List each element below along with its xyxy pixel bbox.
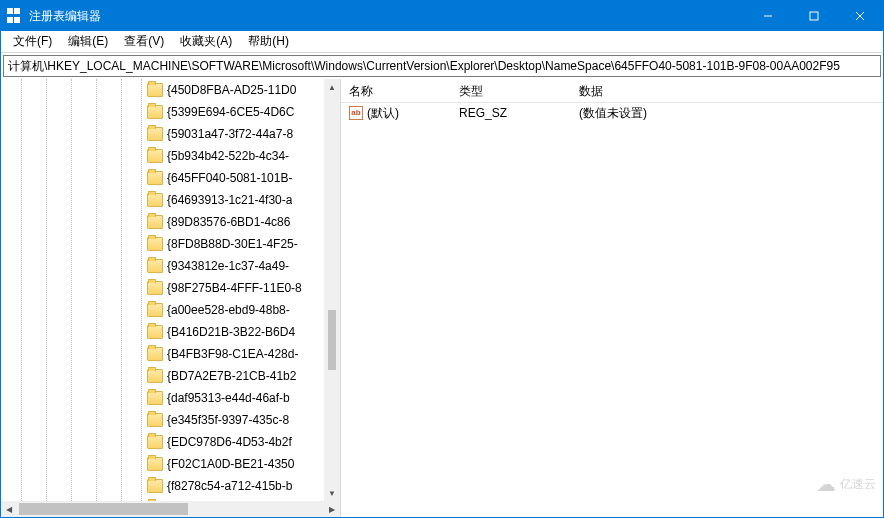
tree-item[interactable]: {5b934b42-522b-4c34- (1, 145, 324, 167)
tree-item[interactable]: {8FD8B88D-30E1-4F25- (1, 233, 324, 255)
scroll-right-button[interactable]: ▶ (324, 501, 340, 517)
tree-item[interactable]: {B416D21B-3B22-B6D4 (1, 321, 324, 343)
tree-item-label: {8FD8B88D-30E1-4F25- (167, 237, 298, 251)
folder-icon (147, 391, 163, 405)
folder-icon (147, 105, 163, 119)
folder-icon (147, 281, 163, 295)
tree-pane: {450D8FBA-AD25-11D0{5399E694-6CE5-4D6C{5… (1, 79, 341, 517)
tree-item-label: {B416D21B-3B22-B6D4 (167, 325, 295, 339)
folder-icon (147, 259, 163, 273)
svg-rect-1 (810, 12, 818, 20)
tree-item[interactable]: {59031a47-3f72-44a7-8 (1, 123, 324, 145)
folder-icon (147, 149, 163, 163)
values-pane: 名称 类型 数据 ab(默认)REG_SZ(数值未设置) (341, 79, 883, 517)
tree-item[interactable]: {64693913-1c21-4f30-a (1, 189, 324, 211)
tree-item-label: {450D8FBA-AD25-11D0 (167, 83, 296, 97)
tree-item-label: {59031a47-3f72-44a7-8 (167, 127, 293, 141)
folder-icon (147, 193, 163, 207)
tree-item[interactable]: {5399E694-6CE5-4D6C (1, 101, 324, 123)
folder-icon (147, 303, 163, 317)
string-value-icon: ab (349, 106, 363, 120)
menu-edit[interactable]: 编辑(E) (60, 31, 116, 52)
tree-item[interactable]: {F02C1A0D-BE21-4350 (1, 453, 324, 475)
hscroll-thumb[interactable] (19, 503, 188, 515)
value-name-cell: ab(默认) (341, 105, 451, 122)
menu-file[interactable]: 文件(F) (5, 31, 60, 52)
tree-item[interactable]: {EDC978D6-4D53-4b2f (1, 431, 324, 453)
tree-item-label: {5399E694-6CE5-4D6C (167, 105, 294, 119)
tree-item-label: {F02C1A0D-BE21-4350 (167, 457, 294, 471)
tree-item[interactable]: {f8278c54-a712-415b-b (1, 475, 324, 497)
app-icon (7, 8, 23, 24)
folder-icon (147, 237, 163, 251)
folder-icon (147, 215, 163, 229)
col-data[interactable]: 数据 (571, 79, 883, 102)
col-name[interactable]: 名称 (341, 79, 451, 102)
address-bar[interactable]: 计算机\HKEY_LOCAL_MACHINE\SOFTWARE\Microsof… (3, 55, 881, 77)
folder-icon (147, 435, 163, 449)
value-data: (数值未设置) (571, 105, 883, 122)
value-name: (默认) (367, 105, 399, 122)
tree-hscrollbar[interactable]: ◀ ▶ (1, 501, 340, 517)
folder-icon (147, 127, 163, 141)
tree-scroll: {450D8FBA-AD25-11D0{5399E694-6CE5-4D6C{5… (1, 79, 340, 501)
values-header: 名称 类型 数据 (341, 79, 883, 103)
tree-item[interactable]: {645FF040-5081-101B- (1, 167, 324, 189)
tree-item-label: {B4FB3F98-C1EA-428d- (167, 347, 298, 361)
folder-icon (147, 457, 163, 471)
folder-icon (147, 413, 163, 427)
tree-vscrollbar[interactable]: ▲ ▼ (324, 79, 340, 501)
tree-item[interactable]: {98F275B4-4FFF-11E0-8 (1, 277, 324, 299)
folder-icon (147, 479, 163, 493)
values-body: ab(默认)REG_SZ(数值未设置) (341, 103, 883, 517)
content-area: {450D8FBA-AD25-11D0{5399E694-6CE5-4D6C{5… (1, 79, 883, 517)
tree-item[interactable]: {450D8FBA-AD25-11D0 (1, 79, 324, 101)
minimize-button[interactable] (745, 1, 791, 31)
tree-item[interactable]: {a00ee528-ebd9-48b8- (1, 299, 324, 321)
menu-bar: 文件(F) 编辑(E) 查看(V) 收藏夹(A) 帮助(H) (1, 31, 883, 53)
scroll-up-button[interactable]: ▲ (324, 79, 340, 95)
tree-item-label: {9343812e-1c37-4a49- (167, 259, 289, 273)
tree-item[interactable]: {e345f35f-9397-435c-8 (1, 409, 324, 431)
tree-item[interactable]: {B4FB3F98-C1EA-428d- (1, 343, 324, 365)
menu-help[interactable]: 帮助(H) (240, 31, 297, 52)
tree-item[interactable]: {BD7A2E7B-21CB-41b2 (1, 365, 324, 387)
value-row[interactable]: ab(默认)REG_SZ(数值未设置) (341, 103, 883, 123)
folder-icon (147, 369, 163, 383)
tree-item[interactable]: {9343812e-1c37-4a49- (1, 255, 324, 277)
folder-icon (147, 347, 163, 361)
tree-item-label: {98F275B4-4FFF-11E0-8 (167, 281, 302, 295)
window-title: 注册表编辑器 (29, 8, 745, 25)
tree-list: {450D8FBA-AD25-11D0{5399E694-6CE5-4D6C{5… (1, 79, 324, 501)
value-type: REG_SZ (451, 106, 571, 120)
vscroll-thumb[interactable] (328, 310, 336, 370)
tree-item[interactable]: {89D83576-6BD1-4c86 (1, 211, 324, 233)
col-type[interactable]: 类型 (451, 79, 571, 102)
close-button[interactable] (837, 1, 883, 31)
tree-item-label: {5b934b42-522b-4c34- (167, 149, 289, 163)
tree-item-label: {89D83576-6BD1-4c86 (167, 215, 290, 229)
tree-item-label: {64693913-1c21-4f30-a (167, 193, 292, 207)
folder-icon (147, 171, 163, 185)
menu-favorites[interactable]: 收藏夹(A) (172, 31, 240, 52)
scroll-down-button[interactable]: ▼ (324, 485, 340, 501)
maximize-button[interactable] (791, 1, 837, 31)
tree-item-label: {645FF040-5081-101B- (167, 171, 292, 185)
title-bar: 注册表编辑器 (1, 1, 883, 31)
tree-item-label: {e345f35f-9397-435c-8 (167, 413, 289, 427)
tree-item-label: {EDC978D6-4D53-4b2f (167, 435, 292, 449)
window-controls (745, 1, 883, 31)
tree-item-label: {a00ee528-ebd9-48b8- (167, 303, 290, 317)
tree-item[interactable]: ›DelegateFolders (1, 497, 324, 501)
scroll-left-button[interactable]: ◀ (1, 501, 17, 517)
folder-icon (147, 325, 163, 339)
address-text: 计算机\HKEY_LOCAL_MACHINE\SOFTWARE\Microsof… (8, 58, 840, 75)
menu-view[interactable]: 查看(V) (116, 31, 172, 52)
tree-item-label: {BD7A2E7B-21CB-41b2 (167, 369, 296, 383)
tree-item-label: {f8278c54-a712-415b-b (167, 479, 292, 493)
tree-item[interactable]: {daf95313-e44d-46af-b (1, 387, 324, 409)
tree-item-label: {daf95313-e44d-46af-b (167, 391, 290, 405)
folder-icon (147, 83, 163, 97)
